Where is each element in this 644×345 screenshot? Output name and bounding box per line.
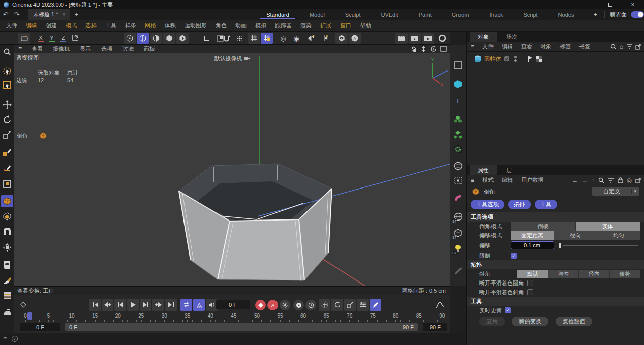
attr-menu-edit[interactable]: 编辑 (502, 176, 513, 184)
extrude-icon[interactable] (1, 210, 13, 223)
menu-item[interactable]: 选择 (85, 22, 97, 29)
slider-track[interactable] (563, 245, 638, 246)
keyframe-selection-icon[interactable] (293, 300, 304, 310)
menu-item[interactable]: 编辑 (26, 22, 37, 29)
redo-button[interactable]: ↷ (11, 9, 22, 20)
dolly-zoom-icon[interactable] (421, 46, 426, 52)
lock-icon[interactable] (618, 177, 623, 183)
grid-lock-icon[interactable] (261, 33, 273, 44)
add-document-button[interactable]: + (70, 9, 83, 20)
range-end-field[interactable]: 90 F (423, 323, 447, 331)
attr-menu-userdata[interactable]: 用户数据 (521, 176, 543, 184)
play-icon[interactable] (127, 299, 139, 311)
enable-toggle-icon[interactable] (504, 56, 510, 62)
segment-option[interactable]: 固定距离 (511, 231, 554, 240)
attr-menu-icon[interactable]: ≡ (471, 177, 474, 184)
segment-option[interactable]: 修补 (610, 270, 640, 278)
panel-tab[interactable]: 对象 (470, 32, 497, 42)
autokey-range-icon[interactable]: A (193, 299, 205, 311)
vp-menu-panel[interactable]: 面板 (144, 45, 155, 53)
menu-item[interactable]: 运动图形 (185, 22, 207, 29)
keyframe-diamond-icon[interactable]: ◇ (20, 300, 26, 309)
vp-menu-camera[interactable]: 摄像机 (53, 45, 70, 53)
add-layout-button[interactable]: + (587, 9, 603, 20)
snap-magnet-icon[interactable] (220, 33, 232, 44)
live-selection-icon[interactable] (1, 65, 13, 77)
record-rotation-icon[interactable] (331, 299, 343, 311)
home-icon[interactable]: ⌂ (620, 43, 623, 50)
record-pla-icon[interactable] (370, 299, 381, 311)
playhead[interactable] (27, 312, 32, 320)
text-icon[interactable]: T (452, 95, 464, 107)
fcurve-icon[interactable] (435, 301, 444, 309)
prev-frame-icon[interactable] (114, 299, 126, 311)
symmetry-icon[interactable] (305, 33, 317, 44)
points-mode-icon[interactable] (124, 33, 136, 44)
visibility-dots[interactable] (514, 56, 517, 62)
record-keyframe-icon[interactable] (255, 300, 266, 310)
maximize-button[interactable] (599, 0, 622, 9)
om-menu-view[interactable]: 查看 (521, 43, 532, 50)
ring-icon[interactable] (436, 33, 448, 44)
segment-option[interactable]: 默认 (517, 270, 548, 278)
menu-item[interactable]: 角色 (216, 22, 227, 29)
object-row-cylinder[interactable]: 圆柱体 (474, 55, 542, 63)
grid-icon[interactable] (248, 33, 260, 44)
filter-icon[interactable] (626, 44, 632, 49)
polygon-pen-icon[interactable] (1, 146, 13, 159)
menu-item[interactable]: 网格 (145, 22, 156, 29)
range-bar[interactable]: 0 F 90 F (65, 323, 418, 331)
rotate-icon[interactable] (1, 114, 13, 126)
segment-option[interactable]: 径向 (554, 231, 597, 240)
paint-brush-icon[interactable] (452, 265, 464, 277)
viewport-menu-icon[interactable]: ≡ (18, 45, 21, 52)
record-params-icon[interactable] (357, 299, 369, 311)
fracture-icon[interactable] (452, 129, 464, 141)
x-axis-lock[interactable]: X (36, 33, 46, 43)
render-picture-viewer-icon[interactable] (409, 33, 421, 44)
simulation-box-icon[interactable]: ST (452, 227, 464, 239)
popout-icon[interactable] (635, 44, 641, 50)
edges-mode-icon[interactable] (137, 33, 149, 44)
vp-menu-options[interactable]: 选项 (101, 45, 112, 53)
new-ui-toggle[interactable] (631, 11, 644, 18)
history-back-icon[interactable]: ← (572, 177, 578, 184)
volume-icon[interactable] (452, 143, 464, 155)
undo-button[interactable]: ↶ (0, 9, 11, 20)
go-end-icon[interactable] (165, 299, 177, 311)
panel-tab[interactable]: 层 (498, 165, 520, 175)
field-icon[interactable] (452, 174, 464, 186)
menu-item[interactable]: 模拟 (255, 22, 266, 29)
close-button[interactable]: × (622, 0, 644, 9)
range-start-field[interactable]: 0 F (20, 323, 60, 331)
break-miter-checkbox[interactable] (527, 289, 533, 295)
status-menu-icon[interactable]: ≡ (3, 335, 7, 342)
layout-tab[interactable]: Script (513, 9, 547, 20)
search-icon[interactable] (610, 44, 617, 50)
apply-button[interactable]: 应用 (479, 317, 505, 326)
menu-item[interactable]: 动画 (235, 22, 247, 29)
orbit-rotate-icon[interactable] (430, 46, 437, 52)
menu-item[interactable]: 帮助 (360, 22, 371, 29)
layout-tab[interactable]: Standard (256, 9, 299, 20)
bevel-tool-icon[interactable] (1, 195, 13, 207)
keying-settings-icon[interactable] (280, 300, 290, 310)
menu-item[interactable]: 工具 (105, 22, 116, 29)
viewport-solo-icon[interactable] (335, 33, 348, 44)
panel-tab[interactable]: 场次 (498, 32, 526, 42)
move-icon[interactable] (1, 99, 13, 111)
om-menu-bookmark[interactable]: 书签 (579, 43, 590, 50)
menu-item[interactable]: 体积 (165, 22, 176, 29)
document-tab[interactable]: 未标题 1 * × (28, 9, 70, 20)
record-scale-icon[interactable] (344, 299, 356, 311)
rectangle-selection-icon[interactable] (1, 79, 13, 91)
parent-up-icon[interactable]: ↑ (592, 177, 595, 184)
pan-hand-icon[interactable] (411, 46, 417, 52)
new-transform-button[interactable]: 新的变换 (512, 317, 548, 326)
quantize-icon[interactable]: ◎ (277, 33, 289, 44)
minimize-button[interactable]: – (577, 0, 599, 9)
limit-checkbox[interactable]: ✓ (511, 253, 517, 259)
simulation-globe-icon[interactable]: ST (452, 210, 464, 223)
axis-lock-icon[interactable] (1, 241, 13, 254)
om-menu-file[interactable]: 文件 (482, 43, 494, 50)
